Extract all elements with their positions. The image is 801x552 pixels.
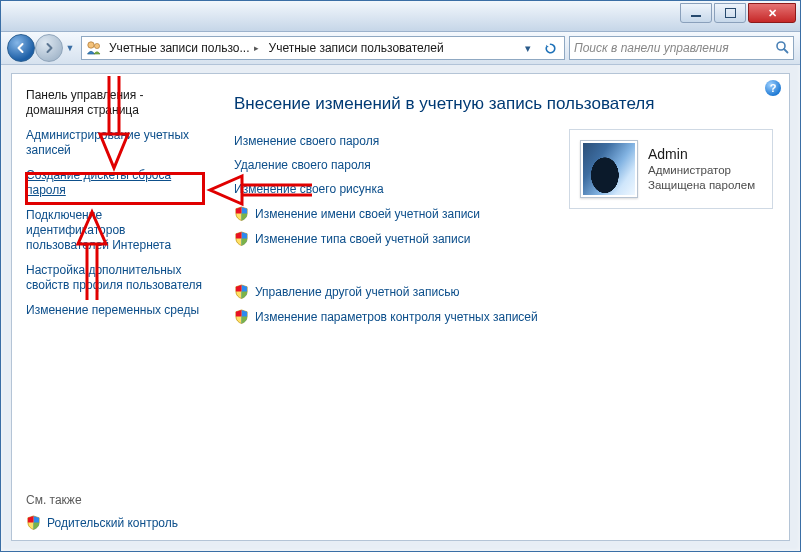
svg-point-0	[88, 42, 94, 48]
search-input[interactable]: Поиск в панели управления	[569, 36, 794, 60]
shield-icon	[234, 206, 249, 221]
task-change-type[interactable]: Изменение типа своей учетной записи	[234, 231, 771, 246]
search-icon	[775, 40, 789, 57]
task-label: Управление другой учетной записью	[255, 285, 459, 299]
titlebar	[1, 1, 800, 32]
task-label: Изменение имени своей учетной записи	[255, 207, 480, 221]
svg-point-1	[94, 43, 99, 48]
task-label: Изменение параметров контроля учетных за…	[255, 310, 538, 324]
sidebar-item-link-online-ids[interactable]: Подключение идентификаторов пользователе…	[26, 208, 204, 253]
nav-history-dropdown[interactable]: ▼	[63, 35, 77, 61]
task-label: Удаление своего пароля	[234, 158, 371, 172]
svg-line-3	[784, 49, 788, 53]
avatar	[580, 140, 638, 198]
address-bar[interactable]: Учетные записи пользо... ▸ Учетные запис…	[81, 36, 565, 60]
shield-icon	[234, 284, 249, 299]
user-card: Admin Администратор Защищена паролем	[569, 129, 773, 209]
forward-button[interactable]	[35, 34, 63, 62]
see-also-label: См. также	[26, 493, 204, 507]
breadcrumb-item-2[interactable]: Учетные записи пользователей	[266, 41, 447, 55]
shield-icon	[234, 309, 249, 324]
sidebar-item-manage-accounts[interactable]: Администрирование учетных записей	[26, 128, 204, 158]
user-accounts-icon	[86, 40, 102, 56]
sidebar-item-env-vars[interactable]: Изменение переменных среды	[26, 303, 204, 318]
page-title: Внесение изменений в учетную запись поль…	[234, 94, 771, 114]
user-info: Admin Администратор Защищена паролем	[648, 145, 755, 193]
main-panel: Внесение изменений в учетную запись поль…	[212, 74, 789, 540]
user-status: Защищена паролем	[648, 178, 755, 193]
sidebar-item-advanced-profile[interactable]: Настройка дополнительных свойств профиля…	[26, 263, 204, 293]
nav-arrow-group: ▼	[7, 34, 77, 62]
shield-icon	[26, 515, 41, 530]
sidebar-footer: См. также Родительский контроль	[26, 493, 204, 530]
close-button[interactable]	[748, 3, 796, 23]
user-role: Администратор	[648, 163, 755, 178]
sidebar-item-parental-controls[interactable]: Родительский контроль	[26, 515, 204, 530]
shield-icon	[234, 231, 249, 246]
annotation-highlight-box	[25, 172, 205, 205]
address-dropdown-icon[interactable]: ▾	[518, 39, 538, 57]
window: ▼ Учетные записи пользо... ▸ Учетные зап…	[0, 0, 801, 552]
sidebar: Панель управления - домашняя страница Ад…	[12, 74, 212, 540]
back-button[interactable]	[7, 34, 35, 62]
task-manage-another-account[interactable]: Управление другой учетной записью	[234, 284, 771, 299]
parental-controls-label: Родительский контроль	[47, 516, 178, 530]
user-name: Admin	[648, 145, 755, 163]
breadcrumb-label: Учетные записи пользователей	[269, 41, 444, 55]
chevron-right-icon: ▸	[254, 43, 259, 53]
refresh-button[interactable]	[540, 39, 560, 57]
breadcrumb-label: Учетные записи пользо...	[109, 41, 250, 55]
breadcrumb-item-1[interactable]: Учетные записи пользо... ▸	[106, 41, 262, 55]
client-area: ? Панель управления - домашняя страница …	[11, 73, 790, 541]
sidebar-home-link[interactable]: Панель управления - домашняя страница	[26, 88, 204, 118]
maximize-button[interactable]	[714, 3, 746, 23]
minimize-button[interactable]	[680, 3, 712, 23]
task-label: Изменение своего пароля	[234, 134, 379, 148]
task-label: Изменение своего рисунка	[234, 182, 384, 196]
navigation-bar: ▼ Учетные записи пользо... ▸ Учетные зап…	[1, 32, 800, 65]
task-change-uac-settings[interactable]: Изменение параметров контроля учетных за…	[234, 309, 771, 324]
search-placeholder: Поиск в панели управления	[574, 41, 729, 55]
task-label: Изменение типа своей учетной записи	[255, 232, 470, 246]
address-bar-tools: ▾	[518, 39, 560, 57]
